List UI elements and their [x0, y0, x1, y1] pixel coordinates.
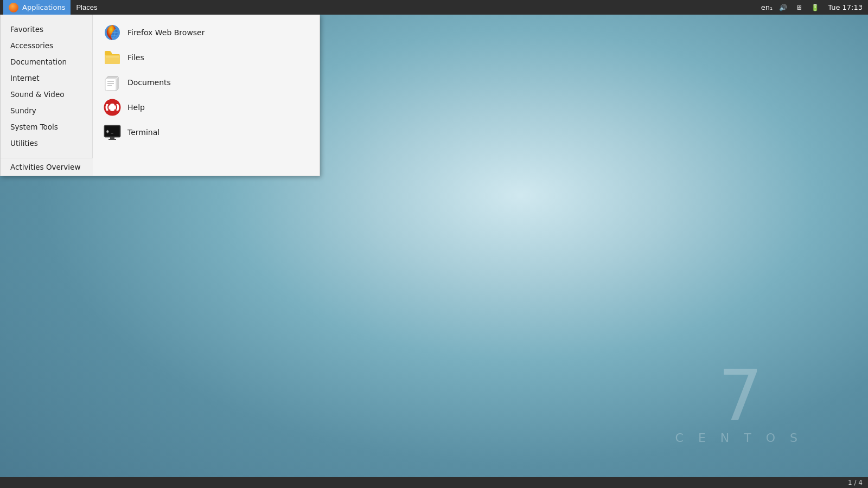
menu-items-list: Firefox Web Browser Files — [93, 15, 320, 176]
category-utilities[interactable]: Utilities — [1, 135, 92, 151]
places-menu-button[interactable]: Places — [71, 0, 103, 15]
documents-icon — [104, 74, 121, 91]
category-internet[interactable]: Internet — [1, 70, 92, 86]
menu-item-help[interactable]: Help — [93, 95, 320, 120]
workspace-pager: 1 / 4 — [848, 479, 863, 486]
svg-rect-18 — [110, 137, 114, 139]
menu-item-firefox[interactable]: Firefox Web Browser — [93, 20, 320, 45]
svg-text:$ _: $ _ — [106, 130, 113, 134]
activities-overview[interactable]: Activities Overview — [1, 158, 93, 176]
bottom-status-bar: 1 / 4 — [0, 477, 868, 488]
category-sound-video[interactable]: Sound & Video — [1, 86, 92, 102]
clock-time: Tue 17:13 — [828, 3, 863, 11]
menu-item-terminal[interactable]: $ _ Terminal — [93, 120, 320, 145]
volume-icon — [779, 3, 787, 11]
help-icon — [104, 99, 121, 116]
files-icon — [104, 49, 121, 66]
documents-label: Documents — [127, 78, 171, 87]
applications-label: Applications — [22, 3, 65, 11]
category-sundry[interactable]: Sundry — [1, 102, 92, 119]
applications-menu-button[interactable]: Applications — [3, 0, 71, 15]
applications-menu: Favorites Accessories Documentation Inte… — [0, 15, 320, 176]
menu-categories-wrapper: Favorites Accessories Documentation Inte… — [1, 15, 93, 176]
category-documentation[interactable]: Documentation — [1, 54, 92, 70]
gnome-icon — [9, 3, 18, 12]
category-accessories[interactable]: Accessories — [1, 37, 92, 54]
centos-seven: 7 — [675, 361, 803, 431]
terminal-icon: $ _ — [104, 124, 121, 141]
files-label: Files — [127, 53, 144, 62]
firefox-label: Firefox Web Browser — [127, 28, 205, 37]
battery-indicator[interactable] — [809, 0, 821, 15]
display-settings[interactable] — [794, 0, 805, 15]
terminal-label: Terminal — [127, 128, 159, 137]
menu-categories-list: Favorites Accessories Documentation Inte… — [1, 15, 92, 158]
svg-rect-19 — [108, 139, 116, 140]
menu-item-files[interactable]: Files — [93, 45, 320, 70]
help-label: Help — [127, 103, 145, 112]
category-system-tools[interactable]: System Tools — [1, 119, 92, 135]
top-panel: Applications Places en₁ Tue 17:13 — [0, 0, 868, 15]
firefox-icon — [104, 24, 121, 41]
svg-rect-8 — [105, 79, 116, 91]
battery-icon — [811, 3, 819, 11]
clock[interactable]: Tue 17:13 — [826, 0, 865, 15]
volume-control[interactable] — [777, 0, 789, 15]
monitor-icon — [796, 3, 802, 11]
places-label: Places — [76, 3, 97, 11]
panel-right: en₁ Tue 17:13 — [761, 0, 865, 15]
category-favorites[interactable]: Favorites — [1, 21, 92, 37]
menu-item-documents[interactable]: Documents — [93, 70, 320, 95]
centos-name: C E N T O S — [675, 431, 803, 445]
language-indicator[interactable]: en₁ — [761, 3, 773, 11]
panel-left: Applications Places — [3, 0, 103, 15]
centos-watermark: 7 C E N T O S — [675, 361, 803, 445]
